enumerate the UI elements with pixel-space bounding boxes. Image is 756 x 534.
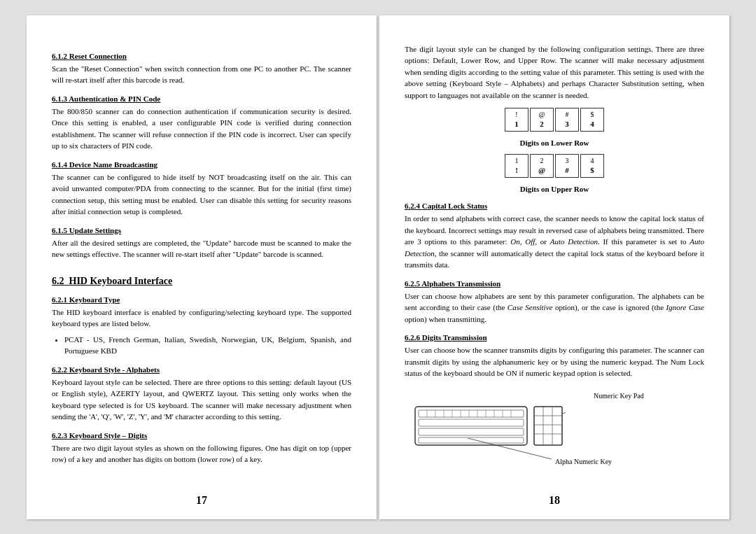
section-6-1-4-para: The scanner can be configured to hide it… — [52, 171, 351, 218]
pages-container: 6.1.2 Reset Connection Scan the "Reset C… — [20, 8, 736, 526]
digit-cell-u1: 1 ! — [505, 154, 528, 178]
section-6-2-3-para: There are two digit layout styles as sho… — [52, 442, 351, 465]
page-17: 6.1.2 Reset Connection Scan the "Reset C… — [27, 15, 377, 519]
digit-cell-2: @ 2 — [530, 108, 554, 132]
section-6-1-3-para: The 800/850 scanner can do connection au… — [52, 106, 351, 152]
section-6-2-title: 6.2 HID Keyboard Interface — [52, 276, 351, 287]
section-6-2-1: 6.2.1 Keyboard Type The HID keyboard int… — [52, 295, 351, 357]
section-6-2-2-para: Keyboard layout style can be selected. T… — [52, 377, 351, 423]
section-6-1-4: 6.1.4 Device Name Broadcasting The scann… — [52, 160, 351, 218]
numeric-keypad-label: Numeric Key Pad — [594, 392, 644, 400]
section-6-2-4-title: 6.2.4 Capital Lock Status — [405, 202, 704, 210]
alpha-numeric-key-label: Alpha Numeric Key — [555, 458, 612, 465]
digit-cell-u2: 2 @ — [530, 154, 554, 178]
intro-para: The digit layout style can be changed by… — [405, 43, 704, 101]
section-6-1-3: 6.1.3 Authentication & PIN Code The 800/… — [52, 94, 351, 152]
digits-upper-section: 1 ! 2 @ 3 # 4 $ Digits on Upper Row — [405, 154, 704, 193]
digits-upper-label: Digits on Upper Row — [405, 185, 704, 193]
digit-cell-3: # 3 — [555, 108, 579, 132]
section-6-1-5-para: After all the desired settings are compl… — [52, 237, 351, 260]
section-6-2-6-title: 6.2.6 Digits Transmission — [405, 333, 704, 342]
alpha-arrow-svg — [412, 438, 566, 473]
page-number-18: 18 — [379, 494, 729, 507]
section-6-1-2: 6.1.2 Reset Connection Scan the "Reset C… — [52, 52, 351, 86]
section-6-2: 6.2 HID Keyboard Interface 6.2.1 Keyboar… — [52, 276, 351, 465]
digits-lower-grid: ! 1 @ 2 # 3 $ 4 — [505, 108, 604, 132]
section-6-1-5-title: 6.1.5 Update Settings — [52, 226, 351, 234]
section-6-1-3-title: 6.1.3 Authentication & PIN Code — [52, 94, 351, 103]
digits-lower-label: Digits on Lower Row — [405, 139, 704, 147]
list-item: PCAT - US, French German, Italian, Swedi… — [64, 334, 351, 357]
page-18: The digit layout style can be changed by… — [379, 15, 729, 519]
section-6-2-2-title: 6.2.2 Keyboard Style - Alphabets — [52, 365, 351, 374]
section-6-2-5-para: User can choose how alphabets are sent b… — [405, 290, 704, 325]
digits-upper-grid: 1 ! 2 @ 3 # 4 $ — [505, 154, 604, 178]
digit-cell-u3: 3 # — [555, 154, 579, 178]
section-6-2-1-para: The HID keyboard interface is enabled by… — [52, 307, 351, 330]
section-6-1-5: 6.1.5 Update Settings After all the desi… — [52, 226, 351, 260]
page-number-17: 17 — [27, 494, 377, 507]
digits-lower-section: ! 1 @ 2 # 3 $ 4 Digits on Lower Row — [405, 108, 704, 147]
section-6-2-1-title: 6.2.1 Keyboard Type — [52, 295, 351, 304]
svg-rect-2 — [419, 419, 524, 426]
digit-cell-4: $ 4 — [580, 108, 604, 132]
section-6-2-6: 6.2.6 Digits Transmission User can choos… — [405, 333, 704, 379]
svg-line-23 — [468, 438, 552, 459]
section-6-1-4-title: 6.1.4 Device Name Broadcasting — [52, 160, 351, 169]
section-6-2-3-title: 6.2.3 Keyboard Style – Digits — [52, 431, 351, 440]
section-6-2-5-title: 6.2.5 Alphabets Transmission — [405, 279, 704, 288]
section-6-1-2-title: 6.1.2 Reset Connection — [52, 52, 351, 60]
section-6-2-4: 6.2.4 Capital Lock Status In order to se… — [405, 202, 704, 271]
section-6-1-2-para: Scan the "Reset Connection" when switch … — [52, 63, 351, 86]
keyboard-diagram: Numeric Key Pad Alpha Numeric Key — [405, 389, 704, 466]
section-6-2-4-para: In order to send alphabets with correct … — [405, 213, 704, 271]
svg-rect-1 — [419, 410, 524, 417]
svg-rect-3 — [419, 428, 524, 435]
section-6-2-1-list: PCAT - US, French German, Italian, Swedi… — [64, 334, 351, 357]
section-6-2-3: 6.2.3 Keyboard Style – Digits There are … — [52, 431, 351, 465]
section-6-2-5: 6.2.5 Alphabets Transmission User can ch… — [405, 279, 704, 325]
digit-cell-1: ! 1 — [505, 108, 528, 132]
digit-cell-u4: 4 $ — [580, 154, 604, 178]
section-6-2-2: 6.2.2 Keyboard Style - Alphabets Keyboar… — [52, 365, 351, 423]
section-6-2-6-para: User can choose how the scanner transmit… — [405, 344, 704, 379]
